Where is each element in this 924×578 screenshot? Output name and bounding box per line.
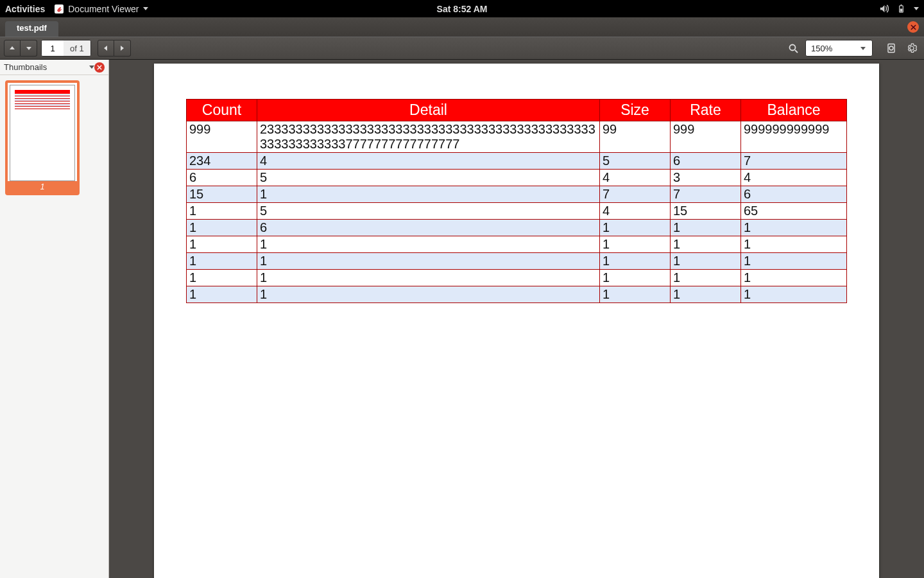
history-back-button[interactable] — [98, 40, 114, 57]
cell-balance: 4 — [741, 170, 847, 186]
chevron-down-icon — [143, 7, 148, 10]
table-header-detail: Detail — [257, 100, 600, 121]
table-row: 1541565 — [187, 203, 847, 220]
thumbnail-list: 1 — [0, 75, 108, 200]
cell-balance: 1 — [741, 236, 847, 253]
cell-rate: 1 — [671, 286, 741, 303]
sound-icon[interactable] — [879, 4, 889, 13]
cell-detail: 4 — [257, 153, 600, 170]
cell-detail: 5 — [257, 170, 600, 186]
sidebar: Thumbnails 1 — [0, 60, 109, 578]
data-table: Count Detail Size Rate Balance 999233333… — [186, 99, 847, 303]
zoom-selector[interactable]: 150% — [805, 40, 873, 57]
cell-rate: 999 — [671, 121, 741, 153]
evince-icon — [54, 4, 64, 14]
cell-rate: 1 — [671, 236, 741, 253]
cell-balance: 1 — [741, 286, 847, 303]
cell-count: 1 — [187, 236, 257, 253]
chevron-down-icon — [859, 44, 867, 52]
cell-rate: 1 — [671, 253, 741, 270]
app-menu[interactable]: Document Viewer — [54, 4, 148, 14]
cell-size: 1 — [600, 220, 671, 236]
thumbnail-preview — [10, 85, 75, 181]
cell-rate: 1 — [671, 220, 741, 236]
cell-balance: 6 — [741, 186, 847, 203]
cell-detail: 1 — [257, 286, 600, 303]
cell-size: 5 — [600, 153, 671, 170]
cell-rate: 15 — [671, 203, 741, 220]
cell-size: 99 — [600, 121, 671, 153]
table-row: 11111 — [187, 270, 847, 286]
cell-detail: 6 — [257, 220, 600, 236]
table-row: 16111 — [187, 220, 847, 236]
cell-rate: 6 — [671, 153, 741, 170]
search-button[interactable] — [785, 40, 801, 57]
table-row: 9992333333333333333333333333333333333333… — [187, 121, 847, 153]
document-properties-button[interactable] — [883, 40, 900, 57]
page-number-input[interactable] — [42, 40, 64, 56]
thumbnail-page-number: 1 — [8, 181, 77, 193]
app-menu-label: Document Viewer — [68, 4, 139, 14]
cell-balance: 7 — [741, 153, 847, 170]
cell-balance: 1 — [741, 253, 847, 270]
cell-detail: 1 — [257, 236, 600, 253]
table-row: 11111 — [187, 286, 847, 303]
cell-size: 1 — [600, 270, 671, 286]
table-header-count: Count — [187, 100, 257, 121]
chevron-down-icon — [89, 66, 94, 69]
gnome-top-panel: Activities Document Viewer Sat 8:52 AM — [0, 0, 924, 17]
pdf-page-1: Count Detail Size Rate Balance 999233333… — [154, 64, 879, 578]
cell-balance: 1 — [741, 220, 847, 236]
history-forward-button[interactable] — [114, 40, 131, 57]
svg-point-6 — [889, 46, 893, 50]
cell-size: 7 — [600, 186, 671, 203]
history-nav-group — [98, 40, 131, 57]
cell-detail: 1 — [257, 253, 600, 270]
cell-size: 4 — [600, 203, 671, 220]
cell-rate: 1 — [671, 270, 741, 286]
cell-detail: 2333333333333333333333333333333333333333… — [257, 121, 600, 153]
page-count-label: of 1 — [64, 40, 90, 56]
table-row: 151776 — [187, 186, 847, 203]
cell-rate: 7 — [671, 186, 741, 203]
table-row: 2344567 — [187, 153, 847, 170]
window-titlebar: test.pdf — [0, 17, 924, 37]
battery-icon[interactable] — [896, 4, 906, 13]
gear-menu-button[interactable] — [903, 40, 920, 57]
cell-balance: 999999999999 — [741, 121, 847, 153]
table-row: 11111 — [187, 236, 847, 253]
document-tab[interactable]: test.pdf — [5, 21, 58, 37]
system-menu-chevron-icon[interactable] — [914, 7, 919, 10]
cell-size: 1 — [600, 236, 671, 253]
cell-count: 6 — [187, 170, 257, 186]
cell-detail: 5 — [257, 203, 600, 220]
cell-size: 1 — [600, 286, 671, 303]
zoom-value: 150% — [811, 44, 832, 53]
cell-size: 4 — [600, 170, 671, 186]
svg-rect-3 — [900, 9, 903, 12]
next-page-button[interactable] — [21, 40, 37, 57]
cell-rate: 3 — [671, 170, 741, 186]
thumbnail-1[interactable]: 1 — [5, 80, 80, 195]
cell-count: 999 — [187, 121, 257, 153]
table-header-rate: Rate — [671, 100, 741, 121]
cell-count: 234 — [187, 153, 257, 170]
sidebar-close-button[interactable] — [94, 62, 105, 73]
clock[interactable]: Sat 8:52 AM — [437, 4, 488, 14]
cell-count: 1 — [187, 253, 257, 270]
table-row: 11111 — [187, 253, 847, 270]
activities-button[interactable]: Activities — [5, 4, 45, 14]
page-number-box: of 1 — [41, 40, 91, 57]
document-viewport[interactable]: Count Detail Size Rate Balance 999233333… — [109, 60, 924, 578]
table-header-balance: Balance — [741, 100, 847, 121]
cell-count: 1 — [187, 203, 257, 220]
prev-page-button[interactable] — [4, 40, 21, 57]
page-nav-group — [4, 40, 37, 57]
cell-count: 1 — [187, 270, 257, 286]
sidebar-mode-selector[interactable]: Thumbnails — [4, 62, 94, 72]
cell-detail: 1 — [257, 270, 600, 286]
cell-balance: 65 — [741, 203, 847, 220]
cell-count: 15 — [187, 186, 257, 203]
svg-point-4 — [790, 45, 796, 51]
window-close-button[interactable] — [907, 21, 919, 33]
